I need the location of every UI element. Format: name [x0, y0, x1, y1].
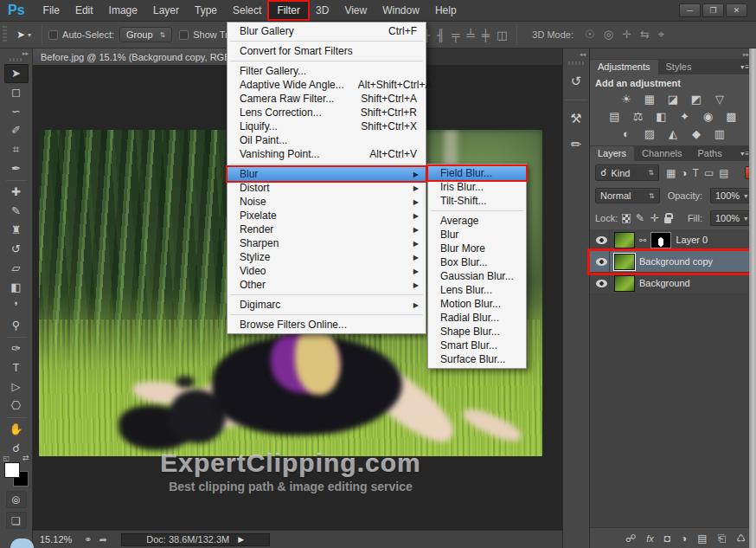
quick-selection-tool[interactable]: ✐	[4, 121, 29, 140]
submenu-item-box-blur[interactable]: Box Blur...	[428, 255, 526, 269]
menu-layer[interactable]: Layer	[145, 2, 187, 19]
submenu-item-average[interactable]: Average	[428, 214, 526, 228]
visibility-eye-icon[interactable]	[596, 236, 607, 244]
blur-tool[interactable]: ❜	[4, 297, 29, 316]
lock-pixels-icon[interactable]: ✎	[635, 212, 645, 224]
new-group-icon[interactable]: ▤	[697, 532, 707, 545]
menu-image[interactable]: Image	[101, 2, 145, 19]
restore-button[interactable]: ❐	[702, 3, 724, 17]
layer-thumbnail[interactable]	[614, 232, 635, 248]
default-swatches-icon[interactable]: ◱	[3, 455, 10, 462]
menu-item-noise[interactable]: Noise ▶	[227, 195, 426, 209]
clone-stamp-tool[interactable]: ♜	[4, 221, 29, 240]
eraser-tool[interactable]: ▱	[4, 259, 29, 278]
pixel-layer-filter-icon[interactable]: ▦	[666, 167, 676, 179]
collapse-panels-icon[interactable]: ▸▸	[590, 48, 756, 59]
toolbar-collapse-icon[interactable]: ▸▸	[22, 48, 32, 57]
layer-mask-thumbnail[interactable]	[650, 232, 671, 248]
menu-item-pixelate[interactable]: Pixelate ▶	[227, 209, 426, 222]
menu-item-blur[interactable]: Blur ▶	[227, 167, 426, 181]
adjustment-layer-filter-icon[interactable]: ◑	[681, 167, 687, 179]
submenu-item-radial-blur[interactable]: Radial Blur...	[428, 311, 526, 325]
healing-brush-tool[interactable]: ✚	[4, 183, 29, 202]
menu-item-vanishing-point[interactable]: Vanishing Point... Alt+Ctrl+V	[227, 147, 426, 161]
color-balance-icon[interactable]: ⚖	[631, 110, 645, 123]
3d-roll-icon[interactable]: ◎	[604, 28, 613, 41]
lock-position-icon[interactable]: ✛	[650, 212, 660, 224]
hand-tool[interactable]: ✋	[4, 420, 29, 439]
submenu-item-blur-more[interactable]: Blur More	[428, 242, 526, 255]
submenu-item-motion-blur[interactable]: Motion Blur...	[428, 297, 526, 311]
foreground-color-swatch[interactable]	[4, 462, 20, 478]
options-grip[interactable]	[3, 26, 7, 43]
export-icon[interactable]: ➦	[99, 534, 107, 545]
brush-tool[interactable]: ✎	[4, 202, 29, 221]
link-layers-icon[interactable]: ☍	[625, 532, 636, 545]
status-options-arrow-icon[interactable]: ▶	[238, 535, 244, 544]
menu-item-lens-correction[interactable]: Lens Correction... Shift+Ctrl+R	[227, 106, 426, 119]
pen-tool[interactable]: ✑	[4, 339, 29, 358]
gradient-tool[interactable]: ◧	[4, 278, 29, 297]
layer-filter-kind-dropdown[interactable]: ☌ Kind ⇅	[595, 164, 659, 181]
menu-help[interactable]: Help	[427, 2, 464, 19]
layer-effects-icon[interactable]: fx	[646, 533, 654, 544]
type-layer-filter-icon[interactable]: T	[693, 167, 699, 179]
visibility-eye-icon[interactable]	[596, 280, 607, 287]
menu-filter[interactable]: Filter	[269, 2, 308, 19]
layer-thumbnail[interactable]	[614, 254, 635, 270]
submenu-item-shape-blur[interactable]: Shape Blur...	[428, 325, 526, 338]
submenu-item-field-blur[interactable]: Field Blur...	[428, 166, 526, 180]
invert-icon[interactable]: ◐	[619, 127, 634, 140]
crop-tool[interactable]: ⌗	[4, 140, 29, 159]
menu-item-adaptive-wide-angle[interactable]: Adaptive Wide Angle... Alt+Shift+Ctrl+A	[227, 78, 426, 92]
blend-mode-dropdown[interactable]: Normal ⇅	[595, 188, 660, 203]
black-white-icon[interactable]: ◧	[654, 110, 669, 123]
tool-presets-panel-icon[interactable]: ⚒	[565, 108, 587, 129]
menu-window[interactable]: Window	[375, 2, 427, 19]
3d-slide-icon[interactable]: ⇆	[640, 28, 650, 41]
preview-icon[interactable]: ⚭	[84, 534, 92, 545]
strip-grip[interactable]	[568, 61, 584, 65]
menu-item-browse-filters-online[interactable]: Browse Filters Online...	[227, 318, 426, 332]
layer-row-background[interactable]: Background	[590, 273, 756, 294]
menu-select[interactable]: Select	[225, 2, 269, 19]
channel-mixer-icon[interactable]: ◉	[701, 110, 715, 123]
align-centers-icon[interactable]: ╪	[482, 29, 490, 42]
brush-presets-panel-icon[interactable]: ✏	[565, 134, 587, 155]
submenu-item-gaussian-blur[interactable]: Gaussian Blur...	[428, 269, 526, 283]
menu-3d[interactable]: 3D	[308, 2, 336, 19]
tab-channels[interactable]: Channels	[634, 146, 689, 161]
photo-filter-icon[interactable]: ✦	[677, 110, 692, 123]
menu-item-blur-gallery[interactable]: Blur Gallery Ctrl+F	[227, 24, 426, 38]
lock-transparency-icon[interactable]	[622, 214, 631, 223]
gradient-map-icon[interactable]: ◆	[689, 127, 704, 140]
document-size-indicator[interactable]: Doc: 38.6M/132.3M ▶	[121, 533, 270, 546]
mask-link-icon[interactable]: ⚯	[639, 235, 646, 245]
submenu-item-lens-blur[interactable]: Lens Blur...	[428, 283, 526, 297]
3d-camera-icon[interactable]: ⌖	[658, 28, 664, 41]
show-transform-checkbox[interactable]	[179, 30, 189, 40]
threshold-icon[interactable]: ◭	[666, 127, 681, 140]
menu-item-distort[interactable]: Distort ▶	[227, 181, 426, 195]
tab-adjustments[interactable]: Adjustments	[590, 60, 658, 74]
submenu-item-iris-blur[interactable]: Iris Blur...	[428, 180, 526, 194]
menu-item-stylize[interactable]: Stylize ▶	[227, 250, 426, 264]
hue-saturation-icon[interactable]: ▤	[607, 110, 622, 123]
lasso-tool[interactable]: ∽	[4, 102, 29, 121]
align-right-edges-icon[interactable]: ╢	[437, 29, 445, 42]
submenu-item-smart-blur[interactable]: Smart Blur...	[428, 338, 526, 352]
path-selection-tool[interactable]: ▷	[4, 377, 29, 396]
vibrance-icon[interactable]: ▽	[713, 93, 727, 106]
menu-item-other[interactable]: Other ▶	[227, 278, 426, 292]
align-bottom-edges-icon[interactable]: ╧	[467, 29, 475, 42]
new-adjustment-layer-icon[interactable]: ◑	[681, 532, 687, 545]
menu-view[interactable]: View	[336, 2, 375, 19]
smart-object-filter-icon[interactable]: ▤	[719, 167, 728, 179]
align-top-edges-icon[interactable]: ╤	[452, 29, 459, 42]
menu-item-oil-paint[interactable]: Oil Paint...	[227, 133, 426, 147]
marquee-tool[interactable]: ◻	[4, 83, 29, 102]
group-dropdown[interactable]: Group ⇅	[119, 27, 172, 42]
quick-mask-icon[interactable]: ⦾	[6, 491, 27, 508]
visibility-eye-icon[interactable]	[596, 258, 607, 266]
opacity-value-dropdown[interactable]: 100% ▾	[710, 188, 751, 203]
